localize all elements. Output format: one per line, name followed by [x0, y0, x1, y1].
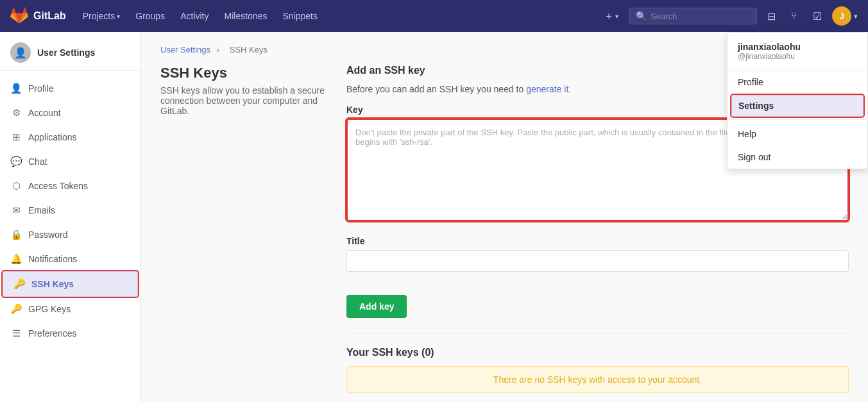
- chevron-down-icon: ▾: [615, 13, 618, 20]
- dropdown-divider: [728, 119, 867, 120]
- avatar-chevron-icon: ▾: [854, 12, 858, 21]
- account-icon: ⚙: [10, 107, 22, 119]
- sidebar-password-label: Password: [28, 230, 67, 240]
- sidebar-access-tokens-label: Access Tokens: [28, 181, 88, 191]
- generate-link[interactable]: generate it.: [526, 84, 571, 94]
- sidebar-notifications-label: Notifications: [28, 254, 77, 264]
- dropdown-signout[interactable]: Sign out: [728, 146, 867, 169]
- sidebar-item-emails[interactable]: ✉ Emails: [0, 198, 140, 222]
- search-icon: 🔍: [636, 11, 647, 21]
- topnav-snippets[interactable]: Snippets: [276, 7, 323, 25]
- ssh-keys-section: Your SSH keys (0) There are no SSH keys …: [346, 333, 849, 393]
- sidebar-header: 👤 User Settings: [0, 32, 140, 71]
- user-avatar: J: [832, 6, 851, 26]
- breadcrumb-separator: ›: [217, 45, 219, 54]
- sidebar-nav: 👤 Profile ⚙ Account ⊞ Applications 💬 Cha…: [0, 71, 140, 351]
- sidebar-item-chat[interactable]: 💬 Chat: [0, 149, 140, 174]
- user-dropdown: jinanxiaolaohu @jinanxiaolaohu Profile S…: [727, 32, 868, 169]
- merge-requests-button[interactable]: ⑂: [786, 8, 803, 24]
- topnav-milestones[interactable]: Milestones: [218, 7, 274, 25]
- breadcrumb-current: SSH Keys: [230, 45, 268, 54]
- sidebar-gpg-keys-label: GPG Keys: [28, 304, 71, 314]
- no-keys-notice: There are no SSH keys with access to you…: [346, 366, 849, 393]
- top-navigation: GitLab Projects ▾ Groups Activity Milest…: [0, 0, 868, 32]
- topnav-groups[interactable]: Groups: [129, 7, 171, 25]
- user-dropdown-header: jinanxiaolaohu @jinanxiaolaohu: [728, 33, 867, 71]
- access-tokens-icon: ⬡: [10, 180, 22, 192]
- title-input[interactable]: [346, 250, 849, 272]
- dropdown-settings[interactable]: Settings: [731, 95, 864, 117]
- title-label: Title: [346, 236, 849, 246]
- sidebar-item-account[interactable]: ⚙ Account: [0, 101, 140, 125]
- sidebar-ssh-keys-label: SSH Keys: [31, 279, 74, 289]
- breadcrumb-parent[interactable]: User Settings: [160, 45, 210, 54]
- issues-icon: ⊟: [767, 10, 776, 22]
- chat-icon: 💬: [10, 156, 22, 167]
- sidebar-applications-label: Applications: [28, 132, 77, 142]
- add-key-button[interactable]: Add key: [346, 295, 407, 318]
- dropdown-handle: @jinanxiaolaohu: [738, 52, 857, 61]
- emails-icon: ✉: [10, 205, 22, 216]
- preferences-icon: ☰: [10, 328, 22, 339]
- sidebar-item-gpg-keys[interactable]: 🔑 GPG Keys: [0, 297, 140, 321]
- issues-button[interactable]: ⊟: [762, 8, 781, 25]
- gitlab-logo-text: GitLab: [33, 10, 66, 22]
- topnav-projects[interactable]: Projects ▾: [76, 7, 127, 25]
- sidebar-profile-label: Profile: [28, 83, 54, 94]
- page-description: SSH keys allow you to establish a secure…: [160, 85, 327, 116]
- sidebar: 👤 User Settings 👤 Profile ⚙ Account ⊞ Ap…: [0, 32, 141, 402]
- sidebar-emails-label: Emails: [28, 205, 55, 215]
- sidebar-preferences-label: Preferences: [28, 328, 76, 339]
- sidebar-item-notifications[interactable]: 🔔 Notifications: [0, 247, 140, 271]
- topnav-activity[interactable]: Activity: [174, 7, 215, 25]
- sidebar-title: User Settings: [37, 47, 95, 58]
- title-form-section: Title: [346, 236, 849, 282]
- todos-button[interactable]: ☑: [808, 8, 827, 25]
- dropdown-help[interactable]: Help: [728, 122, 867, 146]
- inbox-icon: ☑: [813, 10, 822, 22]
- applications-icon: ⊞: [10, 131, 22, 143]
- notifications-icon: 🔔: [10, 253, 22, 265]
- page-title: SSH Keys: [160, 65, 327, 81]
- sidebar-chat-label: Chat: [28, 156, 47, 167]
- search-input[interactable]: [651, 12, 740, 21]
- merge-icon: ⑂: [791, 10, 797, 22]
- password-icon: 🔒: [10, 229, 22, 240]
- sidebar-user-icon: 👤: [10, 42, 31, 63]
- your-ssh-keys-title: Your SSH keys (0): [346, 347, 849, 358]
- search-box: 🔍: [629, 8, 757, 24]
- gitlab-logo-icon: [10, 7, 28, 25]
- sidebar-item-ssh-keys[interactable]: 🔑 SSH Keys: [3, 271, 138, 297]
- profile-icon: 👤: [10, 83, 22, 94]
- sidebar-item-preferences[interactable]: ☰ Preferences: [0, 321, 140, 346]
- user-avatar-button[interactable]: J ▾: [832, 6, 858, 26]
- chevron-down-icon: ▾: [117, 13, 120, 20]
- gitlab-logo[interactable]: GitLab: [10, 7, 66, 25]
- sidebar-item-applications[interactable]: ⊞ Applications: [0, 125, 140, 149]
- ssh-keys-icon: 🔑: [13, 278, 25, 290]
- sidebar-item-access-tokens[interactable]: ⬡ Access Tokens: [0, 174, 140, 198]
- plus-icon: ＋: [604, 10, 614, 23]
- sidebar-item-password[interactable]: 🔒 Password: [0, 222, 140, 247]
- topnav-links: Projects ▾ Groups Activity Milestones Sn…: [76, 7, 324, 25]
- sidebar-item-profile[interactable]: 👤 Profile: [0, 76, 140, 101]
- person-icon: 👤: [14, 47, 27, 59]
- plus-button[interactable]: ＋ ▾: [599, 7, 624, 26]
- topnav-actions: ＋ ▾ 🔍 ⊟ ⑂ ☑ J ▾: [599, 6, 858, 26]
- gpg-keys-icon: 🔑: [10, 303, 22, 315]
- sidebar-account-label: Account: [28, 108, 61, 118]
- dropdown-username: jinanxiaolaohu: [738, 42, 857, 52]
- content-description: SSH Keys SSH keys allow you to establish…: [160, 65, 327, 393]
- dropdown-profile[interactable]: Profile: [728, 71, 867, 94]
